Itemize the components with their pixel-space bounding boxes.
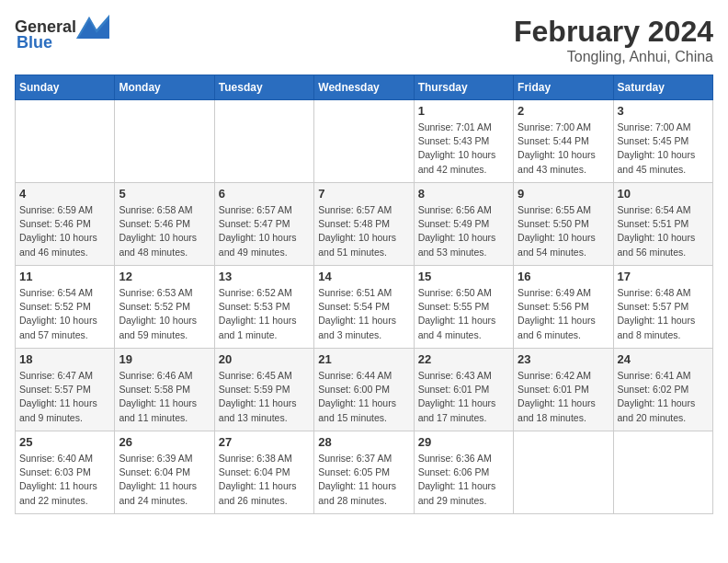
day-number: 18 [19, 352, 110, 366]
day-number: 14 [318, 270, 409, 283]
day-info: Sunrise: 6:40 AMSunset: 6:03 PMDaylight:… [19, 452, 110, 508]
calendar-cell: 18Sunrise: 6:47 AMSunset: 5:57 PMDayligh… [16, 349, 115, 431]
day-info: Sunrise: 6:38 AMSunset: 6:04 PMDaylight:… [219, 452, 310, 508]
calendar-cell: 22Sunrise: 6:43 AMSunset: 6:01 PMDayligh… [414, 349, 513, 431]
col-thursday: Thursday [414, 75, 513, 100]
day-info: Sunrise: 6:43 AMSunset: 6:01 PMDaylight:… [418, 369, 509, 425]
day-info: Sunrise: 6:54 AMSunset: 5:51 PMDaylight:… [618, 203, 709, 259]
day-info: Sunrise: 6:54 AMSunset: 5:52 PMDaylight:… [19, 286, 110, 342]
day-number: 23 [518, 352, 609, 366]
logo-icon [76, 15, 109, 39]
day-info: Sunrise: 6:44 AMSunset: 6:00 PMDaylight:… [318, 369, 409, 425]
calendar-cell [115, 100, 214, 183]
day-number: 8 [418, 187, 509, 201]
calendar-cell: 28Sunrise: 6:37 AMSunset: 6:05 PMDayligh… [314, 431, 414, 514]
day-number: 28 [318, 435, 409, 449]
calendar-cell: 25Sunrise: 6:40 AMSunset: 6:03 PMDayligh… [16, 431, 115, 514]
calendar-cell: 12Sunrise: 6:53 AMSunset: 5:52 PMDayligh… [115, 266, 214, 349]
day-number: 1 [418, 104, 509, 118]
day-number: 11 [19, 270, 110, 283]
calendar-cell: 6Sunrise: 6:57 AMSunset: 5:47 PMDaylight… [214, 183, 313, 266]
col-tuesday: Tuesday [214, 75, 313, 100]
day-number: 17 [618, 270, 709, 283]
day-info: Sunrise: 7:00 AMSunset: 5:45 PMDaylight:… [618, 121, 709, 177]
day-info: Sunrise: 6:41 AMSunset: 6:02 PMDaylight:… [618, 369, 709, 425]
calendar-week-row: 11Sunrise: 6:54 AMSunset: 5:52 PMDayligh… [16, 266, 713, 349]
calendar-cell: 17Sunrise: 6:48 AMSunset: 5:57 PMDayligh… [613, 266, 712, 349]
calendar-cell: 9Sunrise: 6:55 AMSunset: 5:50 PMDaylight… [514, 183, 613, 266]
calendar-cell [314, 100, 414, 183]
calendar-cell: 13Sunrise: 6:52 AMSunset: 5:53 PMDayligh… [214, 266, 313, 349]
calendar-table: Sunday Monday Tuesday Wednesday Thursday… [15, 75, 713, 514]
day-number: 6 [219, 187, 310, 201]
col-monday: Monday [115, 75, 214, 100]
calendar-cell: 21Sunrise: 6:44 AMSunset: 6:00 PMDayligh… [314, 349, 414, 431]
day-info: Sunrise: 6:50 AMSunset: 5:55 PMDaylight:… [418, 286, 509, 342]
calendar-cell [16, 100, 115, 183]
day-info: Sunrise: 6:57 AMSunset: 5:48 PMDaylight:… [318, 203, 409, 259]
day-number: 5 [119, 187, 210, 201]
calendar-cell: 20Sunrise: 6:45 AMSunset: 5:59 PMDayligh… [214, 349, 313, 431]
day-info: Sunrise: 6:52 AMSunset: 5:53 PMDaylight:… [219, 286, 310, 342]
day-number: 2 [518, 104, 609, 118]
calendar-cell: 3Sunrise: 7:00 AMSunset: 5:45 PMDaylight… [613, 100, 712, 183]
calendar-cell: 16Sunrise: 6:49 AMSunset: 5:56 PMDayligh… [514, 266, 613, 349]
day-info: Sunrise: 6:51 AMSunset: 5:54 PMDaylight:… [318, 286, 409, 342]
calendar-cell: 10Sunrise: 6:54 AMSunset: 5:51 PMDayligh… [613, 183, 712, 266]
day-info: Sunrise: 6:45 AMSunset: 5:59 PMDaylight:… [219, 369, 310, 425]
day-number: 16 [518, 270, 609, 283]
calendar-cell: 29Sunrise: 6:36 AMSunset: 6:06 PMDayligh… [414, 431, 513, 514]
day-number: 22 [418, 352, 509, 366]
calendar-week-row: 18Sunrise: 6:47 AMSunset: 5:57 PMDayligh… [16, 349, 713, 431]
day-number: 12 [119, 270, 210, 283]
day-number: 26 [119, 435, 210, 449]
calendar-cell [214, 100, 313, 183]
day-number: 20 [219, 352, 310, 366]
calendar-week-row: 4Sunrise: 6:59 AMSunset: 5:46 PMDaylight… [16, 183, 713, 266]
calendar-cell: 4Sunrise: 6:59 AMSunset: 5:46 PMDaylight… [16, 183, 115, 266]
day-number: 27 [219, 435, 310, 449]
calendar-cell: 11Sunrise: 6:54 AMSunset: 5:52 PMDayligh… [16, 266, 115, 349]
col-sunday: Sunday [16, 75, 115, 100]
calendar-cell: 26Sunrise: 6:39 AMSunset: 6:04 PMDayligh… [115, 431, 214, 514]
day-number: 25 [19, 435, 110, 449]
calendar-cell: 24Sunrise: 6:41 AMSunset: 6:02 PMDayligh… [613, 349, 712, 431]
day-number: 21 [318, 352, 409, 366]
day-info: Sunrise: 6:36 AMSunset: 6:06 PMDaylight:… [418, 452, 509, 508]
day-info: Sunrise: 6:46 AMSunset: 5:58 PMDaylight:… [119, 369, 210, 425]
calendar-cell: 23Sunrise: 6:42 AMSunset: 6:01 PMDayligh… [514, 349, 613, 431]
day-number: 19 [119, 352, 210, 366]
calendar-cell [613, 431, 712, 514]
calendar-cell: 15Sunrise: 6:50 AMSunset: 5:55 PMDayligh… [414, 266, 513, 349]
day-info: Sunrise: 6:49 AMSunset: 5:56 PMDaylight:… [518, 286, 609, 342]
calendar-header-row: Sunday Monday Tuesday Wednesday Thursday… [16, 75, 713, 100]
day-info: Sunrise: 6:56 AMSunset: 5:49 PMDaylight:… [418, 203, 509, 259]
day-number: 10 [618, 187, 709, 201]
sub-title: Tongling, Anhui, China [514, 49, 713, 65]
day-number: 15 [418, 270, 509, 283]
calendar-cell: 27Sunrise: 6:38 AMSunset: 6:04 PMDayligh… [214, 431, 313, 514]
day-info: Sunrise: 6:57 AMSunset: 5:47 PMDaylight:… [219, 203, 310, 259]
col-wednesday: Wednesday [314, 75, 414, 100]
page-header: General Blue February 2024 Tongling, Anh… [15, 15, 713, 65]
day-number: 3 [618, 104, 709, 118]
calendar-cell: 1Sunrise: 7:01 AMSunset: 5:43 PMDaylight… [414, 100, 513, 183]
day-number: 4 [19, 187, 110, 201]
day-info: Sunrise: 6:42 AMSunset: 6:01 PMDaylight:… [518, 369, 609, 425]
calendar-cell: 14Sunrise: 6:51 AMSunset: 5:54 PMDayligh… [314, 266, 414, 349]
day-info: Sunrise: 6:59 AMSunset: 5:46 PMDaylight:… [19, 203, 110, 259]
day-number: 9 [518, 187, 609, 201]
main-title: February 2024 [514, 15, 713, 49]
day-info: Sunrise: 6:58 AMSunset: 5:46 PMDaylight:… [119, 203, 210, 259]
day-info: Sunrise: 6:55 AMSunset: 5:50 PMDaylight:… [518, 203, 609, 259]
day-info: Sunrise: 6:53 AMSunset: 5:52 PMDaylight:… [119, 286, 210, 342]
col-saturday: Saturday [613, 75, 712, 100]
col-friday: Friday [514, 75, 613, 100]
day-info: Sunrise: 6:47 AMSunset: 5:57 PMDaylight:… [19, 369, 110, 425]
logo: General Blue [15, 15, 109, 52]
calendar-cell [514, 431, 613, 514]
calendar-cell: 5Sunrise: 6:58 AMSunset: 5:46 PMDaylight… [115, 183, 214, 266]
day-info: Sunrise: 7:01 AMSunset: 5:43 PMDaylight:… [418, 121, 509, 177]
calendar-cell: 7Sunrise: 6:57 AMSunset: 5:48 PMDaylight… [314, 183, 414, 266]
day-number: 7 [318, 187, 409, 201]
